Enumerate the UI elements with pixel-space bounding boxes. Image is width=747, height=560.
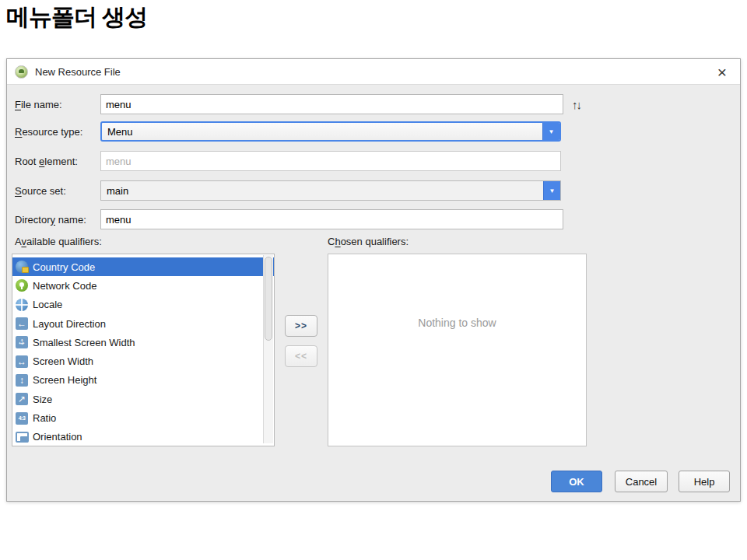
list-item-label: Locale [33, 299, 62, 310]
list-item[interactable]: Network Code [12, 276, 274, 295]
cancel-button[interactable]: Cancel [615, 471, 668, 492]
list-item-label: Smallest Screen Width [33, 337, 135, 348]
smallest-screen-width-icon [16, 336, 28, 348]
ok-button[interactable]: OK [551, 471, 602, 492]
chosen-qualifiers-label: Chosen qualifiers: [328, 236, 409, 247]
file-name-input[interactable] [100, 94, 563, 114]
list-item[interactable]: ↗Size [12, 390, 274, 408]
list-item[interactable]: Country Code [12, 257, 274, 276]
available-qualifiers-label: Available qualifiers: [15, 236, 102, 247]
label-text: C [328, 236, 335, 247]
root-element-label: Root element: [15, 151, 78, 171]
label-text: osen qualifiers: [341, 236, 409, 247]
chevron-down-icon[interactable]: ▼ [543, 181, 560, 200]
list-item[interactable]: 4:3Ratio [12, 408, 274, 427]
list-item[interactable]: Orientation [12, 428, 274, 446]
chevron-down-icon[interactable]: ▼ [542, 123, 559, 140]
resource-type-dropdown[interactable]: Menu ▼ [100, 121, 561, 142]
empty-message: Nothing to show [328, 317, 586, 329]
dialog-titlebar: New Resource File × [7, 59, 740, 85]
label-text: name: [55, 214, 86, 226]
locale-icon [16, 299, 28, 311]
label-text: Director [15, 214, 51, 226]
list-item-label: Orientation [33, 431, 82, 443]
label-mnemonic: e [39, 156, 44, 167]
resource-type-label: Resource type: [15, 121, 82, 142]
label-mnemonic: R [15, 126, 22, 138]
close-icon[interactable]: × [712, 61, 732, 82]
label-text: esource type: [22, 126, 82, 138]
resource-type-value: Menu [102, 123, 542, 140]
directory-name-input[interactable] [100, 209, 563, 229]
layout-direction-icon: ← [16, 317, 28, 330]
remove-qualifier-button[interactable]: << [285, 345, 317, 367]
label-mnemonic: F [15, 99, 21, 110]
screen-height-icon: ↕ [16, 374, 28, 387]
list-item[interactable]: ↕Screen Height [12, 371, 274, 390]
list-item-label: Country Code [33, 261, 95, 273]
screen-width-icon: ↔ [16, 355, 28, 368]
network-code-icon [16, 279, 28, 292]
android-studio-icon [15, 65, 28, 79]
list-item-label: Layout Direction [33, 318, 106, 330]
help-button[interactable]: Help [679, 471, 730, 492]
file-name-label: File name: [15, 94, 62, 114]
label-text: ile name: [21, 99, 62, 110]
source-set-label: Source set: [15, 180, 66, 201]
list-item-label: Screen Height [33, 374, 96, 386]
page-title: 메뉴폴더 생성 [6, 2, 147, 33]
list-item-label: Network Code [33, 280, 96, 292]
ratio-icon: 4:3 [16, 412, 28, 425]
updown-arrows-icon: ↑↓ [572, 94, 580, 114]
list-item-label: Screen Width [33, 355, 93, 367]
list-item-label: Ratio [33, 412, 56, 424]
list-item-label: Size [33, 394, 52, 405]
dialog-title: New Resource File [35, 66, 121, 78]
label-mnemonic: h [335, 236, 340, 247]
label-text: ailable qualifiers: [26, 236, 102, 247]
list-item[interactable]: Smallest Screen Width [12, 333, 274, 352]
new-resource-file-dialog: New Resource File × File name: ↑↓ Resour… [6, 58, 741, 502]
list-scrollbar[interactable] [263, 255, 273, 443]
size-icon: ↗ [16, 393, 28, 405]
source-set-value: main [101, 181, 543, 200]
label-text: lement: [44, 156, 78, 167]
list-item[interactable]: ↔Screen Width [12, 352, 274, 370]
country-code-icon [16, 261, 28, 273]
label-mnemonic: S [15, 185, 22, 197]
list-item[interactable]: ←Layout Direction [12, 314, 274, 333]
label-text: ource set: [22, 185, 66, 197]
add-qualifier-button[interactable]: >> [285, 315, 317, 337]
list-item[interactable]: Locale [12, 296, 274, 314]
source-set-dropdown[interactable]: main ▼ [100, 180, 561, 201]
label-text: Root [15, 156, 39, 167]
page: 메뉴폴더 생성 New Resource File × File name: ↑… [0, 0, 747, 560]
root-element-input[interactable] [100, 151, 561, 171]
chosen-qualifiers-panel[interactable]: Nothing to show [328, 254, 587, 446]
available-qualifiers-list[interactable]: Country Code Network Code Locale ←Layout… [12, 254, 275, 446]
scrollbar-thumb[interactable] [265, 257, 272, 341]
directory-name-label: Directory name: [15, 209, 86, 229]
orientation-icon [16, 431, 28, 443]
